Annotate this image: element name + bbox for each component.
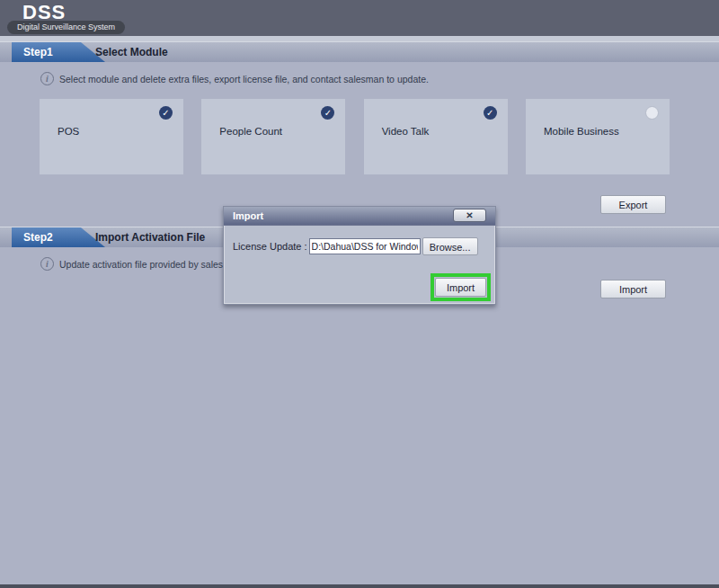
module-label: People Count: [219, 126, 282, 137]
check-icon: ✓: [484, 106, 497, 120]
app-header: DSS Digital Surveillance System: [0, 0, 719, 36]
step1-title: Select Module: [95, 42, 168, 63]
dss-license-window: DSS Digital Surveillance System Step1 Se…: [0, 0, 719, 588]
step1-flag: Step1: [12, 42, 105, 62]
check-icon: ✓: [321, 106, 334, 120]
export-button[interactable]: Export: [600, 195, 666, 214]
bottom-bar: [0, 584, 719, 588]
license-update-row: License Update : Browse...: [233, 236, 478, 256]
module-card-pos[interactable]: ✓ POS: [40, 99, 183, 174]
step1-bar: Step1 Select Module: [0, 41, 719, 62]
license-update-label: License Update :: [233, 241, 307, 252]
uncheck-circle-icon: ✓: [645, 106, 659, 120]
step1-info-text: Select module and delete extra files, ex…: [59, 74, 429, 85]
info-icon: i: [40, 257, 54, 271]
import-dialog-titlebar[interactable]: Import ✕: [224, 207, 495, 226]
check-icon: ✓: [159, 106, 173, 120]
browse-button[interactable]: Browse...: [422, 237, 478, 255]
step1-info-line: i Select module and delete extra files, …: [40, 72, 429, 85]
module-card-people-count[interactable]: ✓ People Count: [201, 99, 345, 174]
annotation-highlight-box: Import: [431, 273, 491, 301]
module-card-row: ✓ POS ✓ People Count ✓ Video Talk ✓ Mobi…: [40, 99, 670, 174]
dialog-import-button[interactable]: Import: [435, 278, 486, 297]
license-update-input[interactable]: [309, 238, 421, 254]
step2-flag: Step2: [12, 227, 105, 247]
import-dialog: Import ✕ License Update : Browse... Impo…: [223, 206, 496, 305]
step2-title: Import Activation File: [95, 227, 205, 248]
info-icon: i: [40, 72, 54, 85]
import-button[interactable]: Import: [600, 280, 666, 298]
module-label: Mobile Business: [544, 126, 619, 137]
module-label: POS: [58, 126, 79, 137]
import-dialog-title: Import: [233, 207, 263, 225]
close-icon[interactable]: ✕: [453, 209, 486, 222]
module-card-mobile-business[interactable]: ✓ Mobile Business: [526, 99, 670, 174]
app-tagline: Digital Surveillance System: [7, 21, 125, 34]
module-card-video-talk[interactable]: ✓ Video Talk: [364, 99, 508, 174]
module-label: Video Talk: [382, 126, 430, 137]
